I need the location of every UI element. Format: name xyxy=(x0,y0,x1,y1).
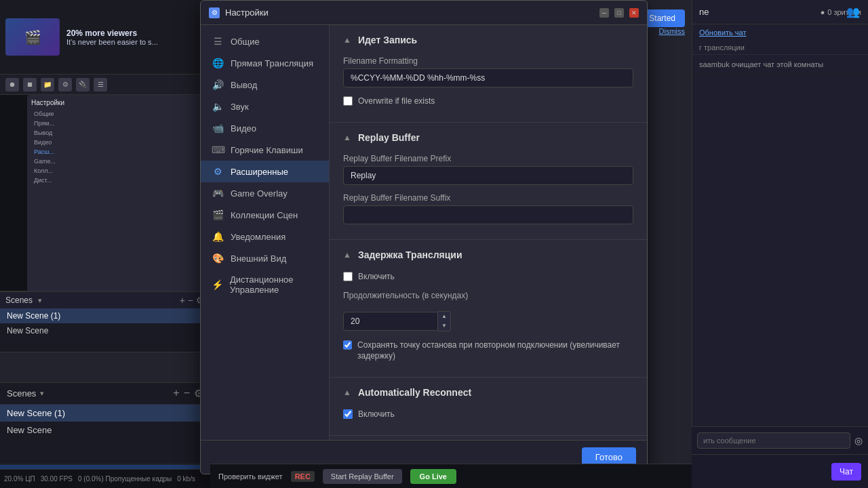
nav-item-appearance[interactable]: 🎨 Внешний Вид xyxy=(201,247,329,269)
toolbar-folder-icon[interactable]: 📁 xyxy=(41,78,54,92)
start-replay-button[interactable]: Start Replay Buffer xyxy=(323,469,402,484)
scenes-main-remove[interactable]: − xyxy=(184,387,190,400)
toolbar-record-icon[interactable]: ⏺ xyxy=(5,78,19,92)
replay-buffer-collapse-icon[interactable]: ▲ xyxy=(343,133,351,142)
settings-dialog: ⚙ Настройки ─ □ ✕ ☰ Общие 🌐 Прямая Транс… xyxy=(200,0,648,474)
recording-collapse-icon[interactable]: ▲ xyxy=(343,35,351,45)
reconnect-enable-label: Включить xyxy=(358,409,395,420)
scenes-main-add[interactable]: + xyxy=(173,387,179,400)
replay-buffer-section: ▲ Replay Buffer Replay Buffer Filename P… xyxy=(330,123,647,240)
nav-label-scenecoll: Коллекции Сцен xyxy=(231,210,298,220)
nav-label-hotkeys: Горячие Клавиши xyxy=(231,145,303,155)
close-button[interactable]: ✕ xyxy=(629,8,639,18)
suffix-row: Replay Buffer Filename Suffix xyxy=(330,189,647,228)
prefix-label: Replay Buffer Filename Prefix xyxy=(343,154,633,163)
reconnect-enable-row: Включить xyxy=(330,405,647,424)
nav-label-notifications: Уведомления xyxy=(231,232,285,242)
scenes-main-item-2[interactable]: New Scene xyxy=(0,422,210,439)
stream-delay-section: ▲ Задержка Трансляции Включить Продолжит… xyxy=(330,240,647,378)
nav-item-stream[interactable]: 🌐 Прямая Трансляция xyxy=(201,52,329,74)
go-live-button[interactable]: Go Live xyxy=(410,469,456,484)
stream-delay-collapse-icon[interactable]: ▲ xyxy=(343,250,351,260)
scene-item-new1[interactable]: New Scene (1) xyxy=(0,308,210,323)
scene-item-new[interactable]: New Scene xyxy=(0,323,210,338)
hotkeys-icon: ⌨ xyxy=(212,144,224,155)
save-checkpoint-label: Сохранять точку останова при повторном п… xyxy=(357,340,633,363)
delay-enable-row: Включить xyxy=(330,267,647,287)
nav-label-advanced: Расширенные xyxy=(231,167,288,177)
suffix-input[interactable] xyxy=(343,205,633,224)
check-widget-button[interactable]: Проверить виджет xyxy=(218,472,283,481)
appearance-icon: 🎨 xyxy=(212,253,224,264)
output-icon: 🔊 xyxy=(212,79,224,90)
dialog-body: ☰ Общие 🌐 Прямая Трансляция 🔊 Вывод 🔈 Зв… xyxy=(201,25,647,440)
filename-label: Filename Formatting xyxy=(343,56,633,66)
nav-item-audio[interactable]: 🔈 Звук xyxy=(201,96,329,117)
nav-item-video[interactable]: 📹 Видео xyxy=(201,117,329,139)
nav-label-remote: Дистанционное Управление xyxy=(230,274,318,295)
nav-item-gameoverlay[interactable]: 🎮 Game Overlay xyxy=(201,182,329,204)
obs-statusbar: 20.0% ЦП 30.00 FPS 0 (0.0%) Пропущенные … xyxy=(0,469,210,488)
auto-reconnect-collapse-icon[interactable]: ▲ xyxy=(343,388,351,397)
minimize-button[interactable]: ─ xyxy=(599,8,609,18)
scenes-main-panel: Scenes ▾ + − ⚙ New Scene (1) New Scene xyxy=(0,382,210,464)
chat-title: ne xyxy=(699,7,709,17)
advanced-icon: ⚙ xyxy=(212,166,224,177)
scenes-remove-small[interactable]: − xyxy=(188,295,193,306)
status-cpu: 20.0% ЦП xyxy=(4,475,35,483)
suffix-label: Replay Buffer Filename Suffix xyxy=(343,193,633,203)
auto-reconnect-section: ▲ Automatically Reconnect Включить xyxy=(330,378,647,436)
prefix-row: Replay Buffer Filename Prefix xyxy=(330,150,647,189)
settings-nav: ☰ Общие 🌐 Прямая Трансляция 🔊 Вывод 🔈 Зв… xyxy=(201,25,330,440)
replay-buffer-section-title: Replay Buffer xyxy=(358,132,420,143)
nav-item-output[interactable]: 🔊 Вывод xyxy=(201,74,329,96)
chat-update-button[interactable]: Обновить чат xyxy=(699,28,861,37)
nav-item-advanced[interactable]: ⚙ Расширенные xyxy=(201,161,329,182)
dismiss-link[interactable]: Dismiss xyxy=(659,27,686,35)
notifications-icon: 🔔 xyxy=(212,231,224,242)
nav-label-audio: Звук xyxy=(231,102,249,112)
nav-item-scenecoll[interactable]: 🎬 Коллекции Сцен xyxy=(201,204,329,226)
chat-send-icon[interactable]: ◎ xyxy=(854,435,863,446)
duration-spinbox-arrows: ▲ ▼ xyxy=(438,311,451,331)
mini-settings-overlay: Настройки Общие Прям... Вывод Видео Расш… xyxy=(27,95,210,291)
scenes-main-item-1[interactable]: New Scene (1) xyxy=(0,405,210,422)
chat-button[interactable]: Чат xyxy=(831,463,861,481)
delay-enable-checkbox[interactable] xyxy=(343,272,353,281)
scenecoll-icon: 🎬 xyxy=(212,209,224,220)
scenes-add-small[interactable]: + xyxy=(180,295,185,306)
overwrite-checkbox[interactable] xyxy=(343,96,353,106)
chat-input[interactable] xyxy=(697,432,850,449)
promo-text: 20% more viewers It's never been easier … xyxy=(66,28,158,46)
nav-item-notifications[interactable]: 🔔 Уведомления xyxy=(201,226,329,247)
toolbar-plugin-icon[interactable]: 🔌 xyxy=(76,78,90,92)
toolbar-stop-icon[interactable]: ⏹ xyxy=(23,78,37,92)
toolbar-list-icon[interactable]: ☰ xyxy=(94,78,107,92)
auto-reconnect-section-header: ▲ Automatically Reconnect xyxy=(330,378,647,405)
duration-spinbox-row: ▲ ▼ xyxy=(330,307,647,336)
save-checkpoint-checkbox[interactable] xyxy=(343,340,352,350)
chat-input-area: ◎ xyxy=(692,426,868,454)
obs-promo-bar: 🎬 20% more viewers It's never been easie… xyxy=(0,0,210,75)
toolbar-settings-icon[interactable]: ⚙ xyxy=(58,78,72,92)
nav-item-remote[interactable]: ⚡ Дистанционное Управление xyxy=(201,269,329,300)
spinbox-up-arrow[interactable]: ▲ xyxy=(438,312,450,321)
scenes-main-label: Scenes xyxy=(7,388,36,399)
nav-item-general[interactable]: ☰ Общие xyxy=(201,30,329,52)
reconnect-enable-checkbox[interactable] xyxy=(343,409,353,419)
duration-label: Продолжительность (в секундах) xyxy=(343,291,633,300)
video-icon: 📹 xyxy=(212,123,224,134)
nav-item-hotkeys[interactable]: ⌨ Горячие Клавиши xyxy=(201,139,329,161)
general-icon: ☰ xyxy=(212,36,224,47)
filename-input[interactable] xyxy=(343,68,633,87)
delay-enable-label: Включить xyxy=(358,271,395,283)
nav-label-output: Вывод xyxy=(231,80,257,90)
maximize-button[interactable]: □ xyxy=(614,8,624,18)
overwrite-label: Overwrite if file exists xyxy=(358,96,435,107)
rec-badge[interactable]: REC xyxy=(291,471,315,482)
prefix-input[interactable] xyxy=(343,166,633,185)
duration-spinbox[interactable] xyxy=(343,312,438,331)
spinbox-down-arrow[interactable]: ▼ xyxy=(438,321,450,331)
nav-label-general: Общие xyxy=(231,37,260,47)
chat-streaming-label: г трансляции xyxy=(692,41,868,55)
